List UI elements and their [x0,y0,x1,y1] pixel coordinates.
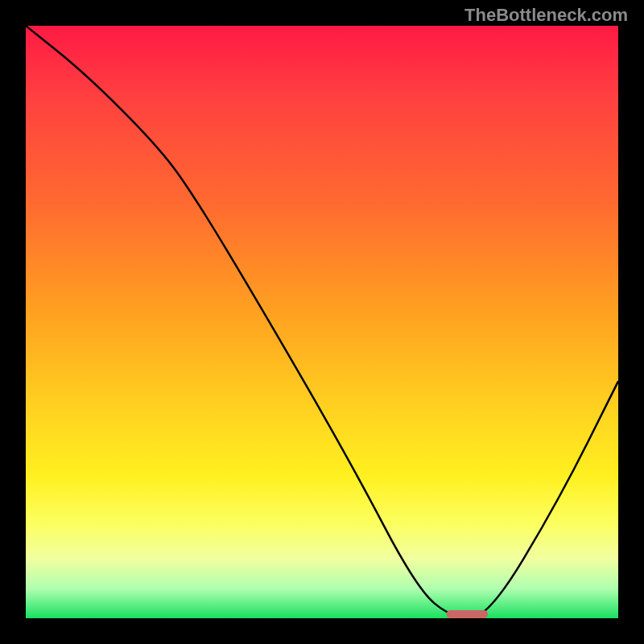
chart-plot-area [26,26,618,618]
bottleneck-curve-path [26,26,618,618]
watermark-text: TheBottleneck.com [464,5,628,26]
bottleneck-curve-svg [26,26,618,618]
optimal-marker [447,610,489,618]
